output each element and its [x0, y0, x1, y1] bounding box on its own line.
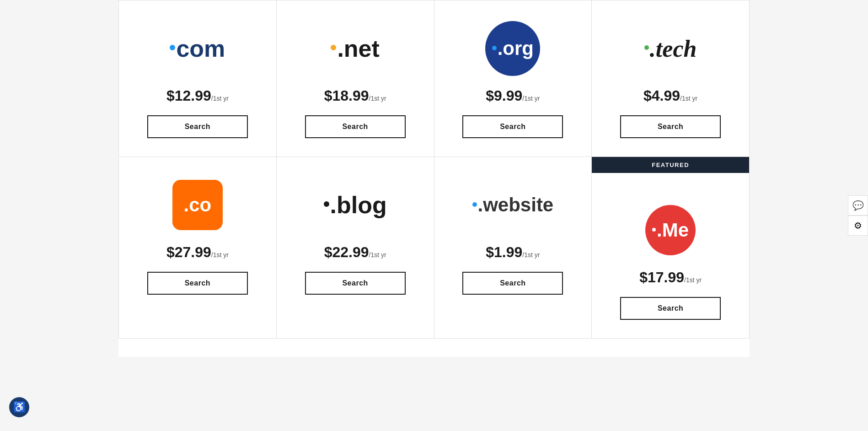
blog-logo: .blog	[324, 191, 387, 219]
blog-dot	[324, 201, 329, 207]
me-period: /1st yr	[684, 276, 702, 284]
org-price: $9.99	[486, 87, 522, 104]
domain-card-org: .org $9.99/1st yr Search	[434, 0, 592, 157]
tech-search-button[interactable]: Search	[620, 115, 721, 138]
com-dot	[170, 45, 175, 50]
net-dot	[331, 45, 336, 50]
featured-banner: FEATURED	[592, 157, 749, 173]
website-period: /1st yr	[522, 251, 540, 259]
blog-period: /1st yr	[369, 251, 386, 259]
co-text: .co	[184, 194, 212, 216]
com-period: /1st yr	[211, 95, 229, 102]
domain-card-blog: .blog $22.99/1st yr Search	[277, 157, 434, 339]
net-price-area: $18.99/1st yr	[324, 87, 386, 104]
org-logo: .org	[485, 21, 540, 76]
chat-widget-button[interactable]: 💬	[848, 195, 868, 216]
accessibility-widget[interactable]: ♿	[9, 397, 29, 417]
website-price-area: $1.99/1st yr	[486, 244, 540, 261]
org-text: .org	[492, 38, 534, 59]
org-logo-area: .org	[485, 19, 540, 78]
com-logo: com	[170, 35, 225, 62]
com-logo-area: com	[170, 19, 225, 78]
org-search-button[interactable]: Search	[462, 115, 563, 138]
blog-price-area: $22.99/1st yr	[324, 244, 386, 261]
page-wrapper: com $12.99/1st yr Search .net $18.99/1st…	[118, 0, 750, 357]
co-period: /1st yr	[211, 251, 229, 259]
chat-icon: 💬	[852, 200, 864, 211]
blog-logo-area: .blog	[324, 175, 387, 235]
co-price: $27.99	[166, 244, 211, 260]
domain-card-website: .website $1.99/1st yr Search	[434, 157, 592, 339]
website-price: $1.99	[486, 244, 522, 260]
tech-dot	[644, 45, 649, 50]
blog-price: $22.99	[324, 244, 369, 260]
tech-logo-area: .tech	[644, 19, 697, 78]
org-dot	[492, 46, 497, 50]
settings-icon: ⚙	[854, 220, 862, 231]
co-price-area: $27.99/1st yr	[166, 244, 229, 261]
co-logo-area: .co	[172, 175, 223, 235]
me-price-area: $17.99/1st yr	[639, 269, 702, 286]
net-price: $18.99	[324, 87, 369, 104]
org-price-area: $9.99/1st yr	[486, 87, 540, 104]
right-sidebar-widget: 💬 ⚙	[848, 195, 868, 236]
me-logo-area: .Me	[645, 200, 696, 260]
net-search-button[interactable]: Search	[305, 115, 406, 138]
net-logo: .net	[331, 35, 379, 62]
website-search-button[interactable]: Search	[462, 272, 563, 295]
tech-price: $4.99	[643, 87, 680, 104]
website-dot	[472, 202, 477, 207]
me-logo: .Me	[645, 205, 696, 255]
blog-search-button[interactable]: Search	[305, 272, 406, 295]
website-logo-area: .website	[472, 175, 554, 235]
com-price-area: $12.99/1st yr	[166, 87, 229, 104]
website-logo: .website	[472, 194, 554, 216]
domain-card-co: .co $27.99/1st yr Search	[119, 157, 277, 339]
me-text: .Me	[652, 219, 689, 241]
co-search-button[interactable]: Search	[147, 272, 248, 295]
settings-widget-button[interactable]: ⚙	[848, 216, 868, 236]
net-logo-area: .net	[331, 19, 379, 78]
domain-card-tech: .tech $4.99/1st yr Search	[592, 0, 750, 157]
com-search-button[interactable]: Search	[147, 115, 248, 138]
me-price: $17.99	[639, 269, 684, 286]
domain-card-com: com $12.99/1st yr Search	[119, 0, 277, 157]
domain-card-net: .net $18.99/1st yr Search	[277, 0, 434, 157]
accessibility-icon: ♿	[13, 401, 26, 413]
domain-card-me: FEATURED .Me $17.99/1st yr Search	[592, 157, 750, 339]
org-period: /1st yr	[522, 95, 540, 102]
tech-logo: .tech	[644, 35, 697, 62]
co-logo: .co	[172, 180, 223, 230]
me-search-button[interactable]: Search	[620, 297, 721, 320]
me-dot	[652, 228, 656, 232]
net-period: /1st yr	[369, 95, 386, 102]
tech-price-area: $4.99/1st yr	[643, 87, 697, 104]
featured-card-content: .Me $17.99/1st yr Search	[601, 175, 740, 320]
com-price: $12.99	[166, 87, 211, 104]
domain-grid: com $12.99/1st yr Search .net $18.99/1st…	[118, 0, 750, 339]
tech-period: /1st yr	[680, 95, 697, 102]
